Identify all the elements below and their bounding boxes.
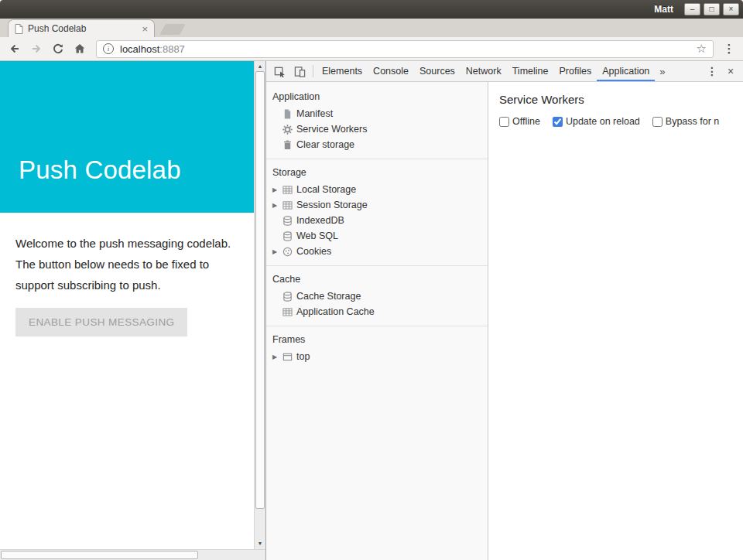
table-grid-icon bbox=[282, 306, 293, 317]
update-on-reload-checkbox-input[interactable] bbox=[553, 117, 563, 127]
database-icon bbox=[282, 215, 293, 226]
new-tab-button[interactable] bbox=[159, 24, 185, 35]
item-label: Web SQL bbox=[296, 230, 338, 241]
item-label: Cookies bbox=[296, 246, 331, 257]
sidebar-item-cookies[interactable]: ▶ Cookies bbox=[266, 244, 488, 259]
service-worker-options: Offline Update on reload Bypass for n bbox=[499, 116, 732, 127]
devtools-tab-timeline[interactable]: Timeline bbox=[507, 61, 554, 81]
page-vertical-scrollbar[interactable]: ▲ ▼ bbox=[254, 61, 265, 549]
database-icon bbox=[282, 291, 293, 302]
application-sidebar: Application Manifest bbox=[266, 82, 488, 560]
sidebar-section-application: Application Manifest bbox=[266, 84, 488, 159]
devtools-tab-sources[interactable]: Sources bbox=[414, 61, 461, 81]
bookmark-star-icon[interactable]: ☆ bbox=[697, 42, 707, 56]
scroll-down-icon[interactable]: ▼ bbox=[255, 539, 265, 548]
page-intro-text: Welcome to the push messaging codelab. T… bbox=[15, 233, 251, 295]
devtools-body: Application Manifest bbox=[266, 82, 743, 560]
browser-window: Matt – □ × Push Codelab × bbox=[0, 0, 743, 560]
tab-strip: Push Codelab × bbox=[0, 19, 743, 37]
sidebar-item-clear-storage[interactable]: Clear storage bbox=[266, 137, 488, 152]
sidebar-item-manifest[interactable]: Manifest bbox=[266, 106, 488, 121]
section-title: Application bbox=[266, 88, 488, 106]
devtools-tab-application[interactable]: Application bbox=[597, 61, 655, 81]
section-title: Cache bbox=[266, 271, 488, 289]
expand-arrow-icon[interactable]: ▶ bbox=[272, 353, 282, 360]
service-workers-pane: Service Workers Offline Update on reload bbox=[488, 82, 743, 560]
item-label: Application Cache bbox=[296, 306, 375, 317]
sidebar-section-cache: Cache Cache Storage bbox=[266, 266, 488, 326]
toolbar-separator bbox=[313, 65, 313, 77]
forward-icon[interactable] bbox=[26, 39, 46, 59]
page-title: Push Codelab bbox=[19, 155, 181, 185]
url-text: localhost:8887 bbox=[120, 43, 690, 55]
url-port: :8887 bbox=[159, 43, 185, 55]
sidebar-item-cache-storage[interactable]: Cache Storage bbox=[266, 289, 488, 304]
scroll-up-icon[interactable]: ▲ bbox=[255, 62, 265, 71]
devtools-tab-elements[interactable]: Elements bbox=[317, 61, 368, 81]
browser-menu-icon[interactable]: ⋮ bbox=[720, 39, 738, 58]
url-host: localhost bbox=[120, 43, 159, 55]
window-maximize-icon[interactable]: □ bbox=[704, 3, 720, 15]
device-toolbar-icon[interactable] bbox=[289, 61, 310, 81]
more-tabs-icon[interactable]: » bbox=[655, 61, 669, 81]
expand-arrow-icon[interactable]: ▶ bbox=[272, 248, 282, 255]
checkbox-label: Offline bbox=[512, 116, 540, 127]
table-grid-icon bbox=[282, 184, 293, 195]
window-title: Matt bbox=[654, 4, 673, 15]
page-horizontal-scrollbar[interactable] bbox=[0, 549, 265, 560]
window-titlebar[interactable]: Matt – □ × bbox=[0, 0, 743, 19]
bypass-for-network-checkbox[interactable]: Bypass for n bbox=[652, 116, 719, 127]
offline-checkbox-input[interactable] bbox=[499, 117, 509, 127]
page-info-icon[interactable]: i bbox=[103, 43, 114, 54]
window-minimize-icon[interactable]: – bbox=[684, 3, 700, 15]
devtools-tab-console[interactable]: Console bbox=[368, 61, 414, 81]
section-title: Storage bbox=[266, 164, 488, 182]
checkbox-label: Bypass for n bbox=[666, 116, 719, 127]
devtools-close-icon[interactable]: × bbox=[721, 61, 740, 81]
window-close-icon[interactable]: × bbox=[723, 3, 739, 15]
devtools-tab-network[interactable]: Network bbox=[461, 61, 507, 81]
item-label: Local Storage bbox=[296, 184, 356, 195]
database-icon bbox=[282, 230, 293, 241]
manifest-icon bbox=[282, 108, 293, 119]
item-label: Service Workers bbox=[296, 124, 367, 135]
vertical-scroll-thumb[interactable] bbox=[255, 71, 265, 509]
expand-arrow-icon[interactable]: ▶ bbox=[272, 202, 282, 209]
sidebar-item-application-cache[interactable]: Application Cache bbox=[266, 304, 488, 319]
bypass-for-network-checkbox-input[interactable] bbox=[652, 117, 663, 127]
sidebar-item-session-storage[interactable]: ▶ Session Storage bbox=[266, 197, 488, 213]
sidebar-item-indexeddb[interactable]: IndexedDB bbox=[266, 213, 488, 228]
content-area: Push Codelab Welcome to the push messagi… bbox=[0, 61, 743, 560]
item-label: top bbox=[296, 351, 310, 362]
update-on-reload-checkbox[interactable]: Update on reload bbox=[553, 116, 640, 127]
page-viewport: Push Codelab Welcome to the push messagi… bbox=[0, 61, 254, 549]
checkbox-label: Update on reload bbox=[566, 116, 640, 127]
sidebar-item-local-storage[interactable]: ▶ Local Storage bbox=[266, 182, 488, 197]
trash-icon bbox=[282, 139, 293, 150]
back-icon[interactable] bbox=[5, 39, 25, 59]
toolbar-spacer bbox=[670, 61, 703, 81]
enable-push-button[interactable]: ENABLE PUSH MESSAGING bbox=[15, 308, 187, 336]
offline-checkbox[interactable]: Offline bbox=[499, 116, 540, 127]
address-bar[interactable]: i localhost:8887 ☆ bbox=[96, 40, 714, 58]
devtools-panel: Elements Console Sources Network Timelin… bbox=[265, 61, 743, 560]
sidebar-item-service-workers[interactable]: Service Workers bbox=[266, 121, 488, 137]
tab-close-icon[interactable]: × bbox=[142, 23, 148, 35]
inspect-element-icon[interactable] bbox=[269, 61, 289, 81]
devtools-menu-icon[interactable]: ⋮ bbox=[703, 61, 721, 81]
page-favicon-icon bbox=[15, 24, 23, 34]
browser-tab[interactable]: Push Codelab × bbox=[8, 19, 155, 37]
devtools-tab-profiles[interactable]: Profiles bbox=[553, 61, 597, 81]
browser-toolbar: i localhost:8887 ☆ ⋮ bbox=[0, 37, 743, 61]
horizontal-scroll-thumb[interactable] bbox=[1, 551, 198, 559]
sidebar-section-frames: Frames ▶ top bbox=[266, 326, 488, 370]
reload-icon[interactable] bbox=[48, 39, 68, 59]
page-hero: Push Codelab bbox=[0, 61, 254, 213]
home-icon[interactable] bbox=[70, 39, 90, 59]
item-label: IndexedDB bbox=[296, 215, 344, 226]
window-controls: – □ × bbox=[684, 3, 739, 15]
sidebar-item-web-sql[interactable]: Web SQL bbox=[266, 228, 488, 244]
sidebar-item-top-frame[interactable]: ▶ top bbox=[266, 349, 488, 364]
sidebar-section-storage: Storage ▶ Local Storage ▶ bbox=[266, 159, 488, 266]
expand-arrow-icon[interactable]: ▶ bbox=[272, 186, 282, 193]
